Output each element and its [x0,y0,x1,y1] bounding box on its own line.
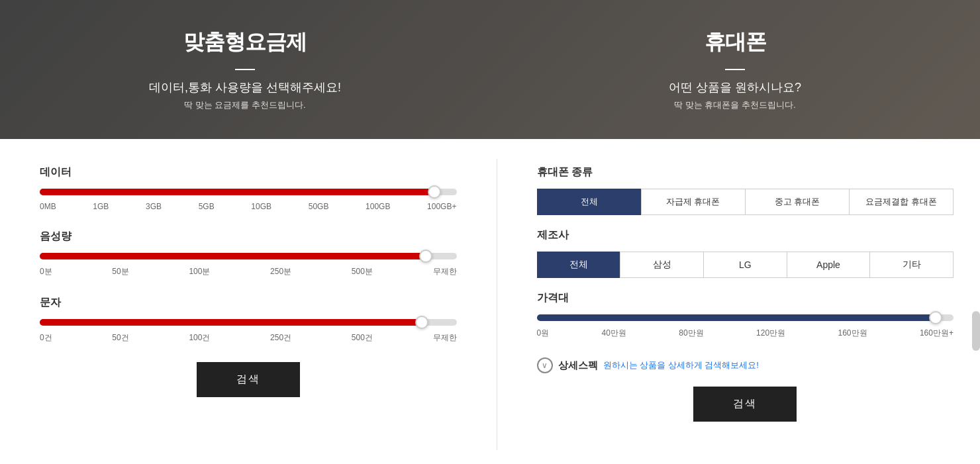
voice-label-0: 0분 [40,266,52,277]
sms-label-0: 0건 [40,332,52,344]
data-label: 데이터 [40,165,457,179]
phone-type-combined[interactable]: 요금제결합 휴대폰 [849,189,954,215]
scrollbar-hint [972,311,980,351]
phone-type-used[interactable]: 중고 휴대폰 [745,189,849,215]
data-label-10gb: 10GB [251,202,271,211]
data-label-3gb: 3GB [146,202,162,211]
mfr-lg[interactable]: LG [703,252,787,278]
left-search-button[interactable]: 검색 [197,362,300,397]
price-slider-thumb[interactable] [929,311,942,324]
detail-spec-row[interactable]: ∨ 상세스펙 원하시는 상품을 상세하게 검색해보세요! [537,357,954,373]
right-panel: 휴대폰 종류 전체 자급제 휴대폰 중고 휴대폰 요금제결합 휴대폰 제조사 전… [497,159,981,450]
voice-slider-labels: 0분 50분 100분 250분 500분 무제한 [40,266,457,277]
sms-label: 문자 [40,296,457,310]
data-slider-fill [40,189,436,195]
detail-spec-chevron-icon: ∨ [537,357,553,373]
hero-banner: 맞춤형요금제 데이터,통화 사용량을 선택해주세요! 딱 맞는 요금제를 추천드… [0,0,980,139]
voice-label-100: 100분 [189,266,210,277]
voice-label-unlimited: 무제한 [433,266,457,277]
mfr-other[interactable]: 기타 [869,252,954,278]
data-slider-track[interactable] [40,189,457,195]
left-panel: 데이터 0MB 1GB 3GB 5GB 10GB 50GB 100GB 100G… [0,159,497,450]
price-slider-section: 가격대 0원 40만원 80만원 120만원 160만원 160만원+ [537,291,954,339]
price-slider-track[interactable] [537,314,954,321]
hero-right-desc: 딱 맞는 휴대폰을 추천드립니다. [674,99,795,111]
voice-slider-thumb[interactable] [419,250,432,263]
sms-slider-section: 문자 0건 50건 100건 250건 500건 무제한 [40,296,457,344]
voice-label-500: 500분 [352,266,373,277]
mfr-samsung[interactable]: 삼성 [620,252,703,278]
sms-slider-track[interactable] [40,319,457,326]
voice-label-50: 50분 [112,266,128,277]
hero-left-title: 맞춤형요금제 [183,28,307,57]
main-content: 데이터 0MB 1GB 3GB 5GB 10GB 50GB 100GB 100G… [0,139,980,463]
phone-type-all[interactable]: 전체 [537,189,641,215]
sms-slider-thumb[interactable] [415,316,428,329]
data-label-5gb: 5GB [199,202,215,211]
sms-label-unlimited: 무제한 [433,332,457,344]
price-label-0: 0원 [537,328,550,339]
data-label-0mb: 0MB [40,202,56,211]
price-label: 가격대 [537,291,954,305]
data-slider-labels: 0MB 1GB 3GB 5GB 10GB 50GB 100GB 100GB+ [40,202,457,211]
hero-left-divider [235,69,255,70]
voice-slider-track[interactable] [40,253,457,259]
manufacturer-group: 전체 삼성 LG Apple 기타 [537,252,954,278]
mfr-all[interactable]: 전체 [537,252,620,278]
sms-label-50: 50건 [112,332,128,344]
phone-type-unlocked[interactable]: 자급제 휴대폰 [641,189,745,215]
data-slider-thumb[interactable] [428,185,441,199]
price-label-80: 80만원 [679,328,703,339]
voice-label: 음성량 [40,230,457,244]
voice-label-250: 250분 [270,266,291,277]
data-label-100gbplus: 100GB+ [427,202,456,211]
sms-slider-labels: 0건 50건 100건 250건 500건 무제한 [40,332,457,344]
data-label-50gb: 50GB [309,202,329,211]
hero-right-divider [725,69,745,70]
sms-slider-fill [40,319,423,326]
hero-left: 맞춤형요금제 데이터,통화 사용량을 선택해주세요! 딱 맞는 요금제를 추천드… [0,0,490,139]
price-slider-fill [537,314,937,321]
data-label-100gb: 100GB [366,202,390,211]
price-label-160plus: 160만원+ [920,328,954,339]
detail-spec-desc: 원하시는 상품을 상세하게 검색해보세요! [603,359,759,371]
hero-right-subtitle: 어떤 상품을 원하시나요? [669,79,801,95]
voice-slider-fill [40,253,427,259]
price-slider-labels: 0원 40만원 80만원 120만원 160만원 160만원+ [537,328,954,339]
sms-label-250: 250건 [270,332,291,344]
data-label-1gb: 1GB [93,202,109,211]
price-label-120: 120만원 [756,328,785,339]
phone-type-label: 휴대폰 종류 [537,165,954,179]
hero-right: 휴대폰 어떤 상품을 원하시나요? 딱 맞는 휴대폰을 추천드립니다. [490,0,980,139]
sms-label-100: 100건 [189,332,210,344]
manufacturer-label: 제조사 [537,228,954,242]
data-slider-section: 데이터 0MB 1GB 3GB 5GB 10GB 50GB 100GB 100G… [40,165,457,211]
hero-left-subtitle: 데이터,통화 사용량을 선택해주세요! [149,79,341,95]
hero-left-desc: 딱 맞는 요금제를 추천드립니다. [184,99,305,111]
detail-spec-label: 상세스펙 [558,359,598,372]
price-label-160: 160만원 [838,328,867,339]
phone-type-group: 전체 자급제 휴대폰 중고 휴대폰 요금제결합 휴대폰 [537,189,954,215]
hero-right-title: 휴대폰 [705,28,766,57]
sms-label-500: 500건 [352,332,373,344]
voice-slider-section: 음성량 0분 50분 100분 250분 500분 무제한 [40,230,457,277]
mfr-apple[interactable]: Apple [787,252,870,278]
right-search-button[interactable]: 검색 [693,387,797,422]
price-label-40: 40만원 [602,328,626,339]
